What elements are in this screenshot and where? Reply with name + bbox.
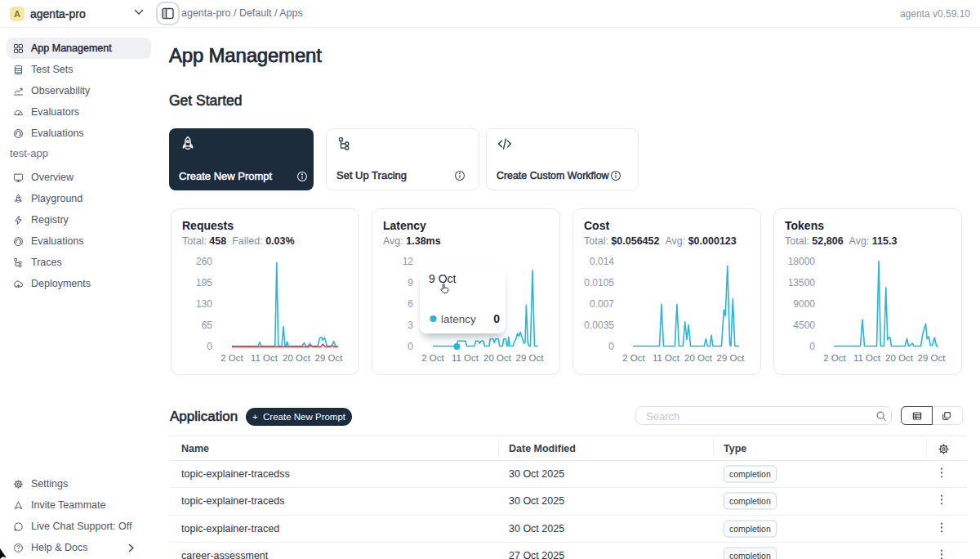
svg-text:11 Oct: 11 Oct — [653, 353, 680, 363]
svg-text:latency: latency — [441, 313, 476, 325]
svg-text:0.0105: 0.0105 — [584, 277, 614, 288]
svg-text:6: 6 — [408, 298, 413, 310]
svg-text:2 Oct: 2 Oct — [823, 353, 846, 363]
svg-text:195: 195 — [196, 277, 212, 288]
svg-text:0: 0 — [608, 341, 614, 352]
svg-text:20 Oct: 20 Oct — [483, 353, 512, 363]
svg-text:130: 130 — [196, 298, 212, 310]
svg-text:13500: 13500 — [788, 277, 816, 288]
svg-text:0: 0 — [493, 312, 500, 325]
svg-text:0: 0 — [408, 341, 413, 352]
svg-text:20 Oct: 20 Oct — [684, 353, 713, 363]
svg-text:0: 0 — [809, 341, 815, 352]
svg-text:29 Oct: 29 Oct — [717, 353, 746, 363]
svg-text:9000: 9000 — [793, 298, 815, 310]
svg-text:2 Oct: 2 Oct — [421, 353, 444, 363]
svg-text:260: 260 — [196, 256, 212, 267]
svg-text:2 Oct: 2 Oct — [220, 353, 243, 363]
svg-text:2 Oct: 2 Oct — [622, 353, 645, 363]
svg-text:29 Oct: 29 Oct — [516, 353, 545, 363]
svg-text:12: 12 — [403, 256, 414, 267]
svg-text:20 Oct: 20 Oct — [283, 353, 311, 363]
svg-text:20 Oct: 20 Oct — [885, 353, 914, 363]
svg-text:4500: 4500 — [793, 320, 815, 331]
svg-text:0.014: 0.014 — [590, 256, 614, 267]
svg-text:9: 9 — [408, 277, 413, 288]
svg-text:65: 65 — [202, 320, 213, 331]
svg-text:11 Oct: 11 Oct — [853, 353, 881, 363]
svg-text:0.007: 0.007 — [590, 298, 614, 310]
svg-text:0: 0 — [207, 341, 212, 352]
svg-text:29 Oct: 29 Oct — [315, 353, 344, 363]
svg-text:0.0035: 0.0035 — [584, 320, 614, 331]
svg-text:11 Oct: 11 Oct — [452, 353, 479, 363]
svg-text:18000: 18000 — [788, 256, 816, 267]
svg-text:11 Oct: 11 Oct — [251, 353, 278, 363]
svg-text:3: 3 — [408, 320, 413, 331]
svg-text:29 Oct: 29 Oct — [918, 353, 947, 363]
